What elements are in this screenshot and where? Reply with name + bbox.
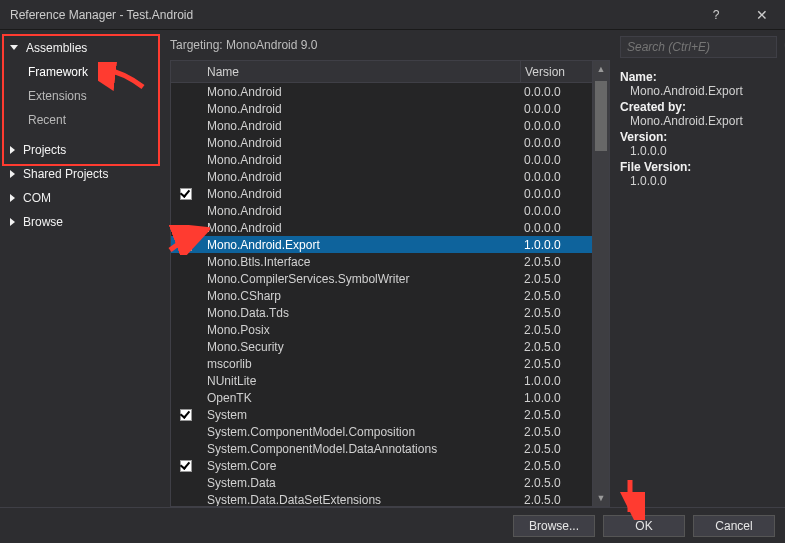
detail-fileversion-value: 1.0.0.0 [630, 174, 777, 188]
row-version: 0.0.0.0 [520, 85, 592, 99]
checkbox-icon[interactable] [180, 460, 192, 472]
detail-createdby-value: Mono.Android.Export [630, 114, 777, 128]
row-version: 2.0.5.0 [520, 357, 592, 371]
window-title: Reference Manager - Test.Android [10, 8, 693, 22]
row-name: Mono.Android [201, 187, 520, 201]
row-name: Mono.CSharp [201, 289, 520, 303]
table-row[interactable]: Mono.Android0.0.0.0 [171, 100, 592, 117]
detail-version-value: 1.0.0.0 [630, 144, 777, 158]
table-row[interactable]: System.Core2.0.5.0 [171, 457, 592, 474]
table-row[interactable]: Mono.Android0.0.0.0 [171, 134, 592, 151]
row-checkbox-cell[interactable] [171, 188, 201, 200]
column-check[interactable] [171, 61, 201, 82]
sidebar-group-shared-projects[interactable]: Shared Projects [0, 162, 162, 186]
scrollbar-thumb[interactable] [595, 81, 607, 151]
table-row[interactable]: System2.0.5.0 [171, 406, 592, 423]
sidebar-group-com[interactable]: COM [0, 186, 162, 210]
row-name: Mono.Android [201, 153, 520, 167]
column-name[interactable]: Name [201, 61, 520, 82]
titlebar: Reference Manager - Test.Android ? ✕ [0, 0, 785, 30]
detail-info: Name: Mono.Android.Export Created by: Mo… [620, 68, 777, 190]
row-version: 2.0.5.0 [520, 340, 592, 354]
sidebar-group-projects[interactable]: Projects [0, 138, 162, 162]
targeting-label: Targeting: MonoAndroid 9.0 [170, 36, 610, 60]
row-name: System.Data [201, 476, 520, 490]
table-row[interactable]: Mono.Security2.0.5.0 [171, 338, 592, 355]
table-row[interactable]: Mono.Btls.Interface2.0.5.0 [171, 253, 592, 270]
table-row[interactable]: System.Data2.0.5.0 [171, 474, 592, 491]
row-version: 0.0.0.0 [520, 119, 592, 133]
detail-panel: 🔍 ▾ Name: Mono.Android.Export Created by… [610, 30, 785, 507]
table-row[interactable]: Mono.Posix2.0.5.0 [171, 321, 592, 338]
table-row[interactable]: System.Data.DataSetExtensions2.0.5.0 [171, 491, 592, 506]
table-row[interactable]: Mono.Android.Export1.0.0.0 [171, 236, 592, 253]
button-label: OK [635, 519, 652, 533]
row-checkbox-cell[interactable] [171, 409, 201, 421]
row-version: 1.0.0.0 [520, 238, 592, 252]
table-row[interactable]: Mono.CompilerServices.SymbolWriter2.0.5.… [171, 270, 592, 287]
help-button[interactable]: ? [693, 0, 739, 30]
row-name: OpenTK [201, 391, 520, 405]
table-row[interactable]: Mono.Android0.0.0.0 [171, 219, 592, 236]
sidebar-item-extensions[interactable]: Extensions [0, 84, 162, 108]
search-input[interactable] [625, 39, 780, 55]
row-name: Mono.Posix [201, 323, 520, 337]
row-version: 2.0.5.0 [520, 408, 592, 422]
chevron-right-icon [10, 218, 15, 226]
table-row[interactable]: Mono.Android0.0.0.0 [171, 202, 592, 219]
row-name: NUnitLite [201, 374, 520, 388]
table-row[interactable]: Mono.Data.Tds2.0.5.0 [171, 304, 592, 321]
row-name: Mono.Android [201, 221, 520, 235]
row-checkbox-cell[interactable] [171, 460, 201, 472]
checkbox-icon[interactable] [180, 188, 192, 200]
button-label: Browse... [529, 519, 579, 533]
row-checkbox-cell[interactable] [171, 239, 201, 251]
sidebar-label: Shared Projects [23, 167, 108, 181]
detail-name-value: Mono.Android.Export [630, 84, 777, 98]
row-name: Mono.Android [201, 85, 520, 99]
checkbox-icon[interactable] [180, 409, 192, 421]
row-name: Mono.Android [201, 119, 520, 133]
row-name: Mono.Android [201, 170, 520, 184]
chevron-down-icon [10, 45, 18, 50]
browse-button[interactable]: Browse... [513, 515, 595, 537]
sidebar-item-recent[interactable]: Recent [0, 108, 162, 132]
cancel-button[interactable]: Cancel [693, 515, 775, 537]
row-name: Mono.Android.Export [201, 238, 520, 252]
row-name: System.Data.DataSetExtensions [201, 493, 520, 507]
table-row[interactable]: System.ComponentModel.DataAnnotations2.0… [171, 440, 592, 457]
table-row[interactable]: Mono.Android0.0.0.0 [171, 117, 592, 134]
table-row[interactable]: System.ComponentModel.Composition2.0.5.0 [171, 423, 592, 440]
ok-button[interactable]: OK [603, 515, 685, 537]
vertical-scrollbar[interactable]: ▲ ▼ [593, 60, 610, 507]
table-row[interactable]: Mono.Android0.0.0.0 [171, 185, 592, 202]
table-row[interactable]: Mono.Android0.0.0.0 [171, 151, 592, 168]
column-version[interactable]: Version [520, 61, 592, 82]
table-row[interactable]: Mono.CSharp2.0.5.0 [171, 287, 592, 304]
sidebar-group-browse[interactable]: Browse [0, 210, 162, 234]
sidebar-label: COM [23, 191, 51, 205]
sidebar-label: Extensions [28, 89, 87, 103]
table-row[interactable]: OpenTK1.0.0.0 [171, 389, 592, 406]
close-button[interactable]: ✕ [739, 0, 785, 30]
checkbox-icon[interactable] [180, 239, 192, 251]
scroll-down-arrow-icon[interactable]: ▼ [593, 490, 609, 506]
scroll-up-arrow-icon[interactable]: ▲ [593, 61, 609, 77]
detail-version-label: Version: [620, 130, 777, 144]
sidebar-item-framework[interactable]: Framework [0, 60, 162, 84]
table-row[interactable]: NUnitLite1.0.0.0 [171, 372, 592, 389]
sidebar-group-assemblies[interactable]: Assemblies [0, 36, 162, 60]
row-version: 2.0.5.0 [520, 306, 592, 320]
table-row[interactable]: Mono.Android0.0.0.0 [171, 83, 592, 100]
row-version: 2.0.5.0 [520, 442, 592, 456]
search-box[interactable]: 🔍 ▾ [620, 36, 777, 58]
row-name: System [201, 408, 520, 422]
detail-fileversion-label: File Version: [620, 160, 777, 174]
chevron-right-icon [10, 170, 15, 178]
table-row[interactable]: mscorlib2.0.5.0 [171, 355, 592, 372]
assembly-grid[interactable]: Name Version Mono.Android0.0.0.0Mono.And… [170, 60, 593, 507]
row-version: 2.0.5.0 [520, 476, 592, 490]
table-row[interactable]: Mono.Android0.0.0.0 [171, 168, 592, 185]
chevron-right-icon [10, 194, 15, 202]
button-label: Cancel [715, 519, 752, 533]
